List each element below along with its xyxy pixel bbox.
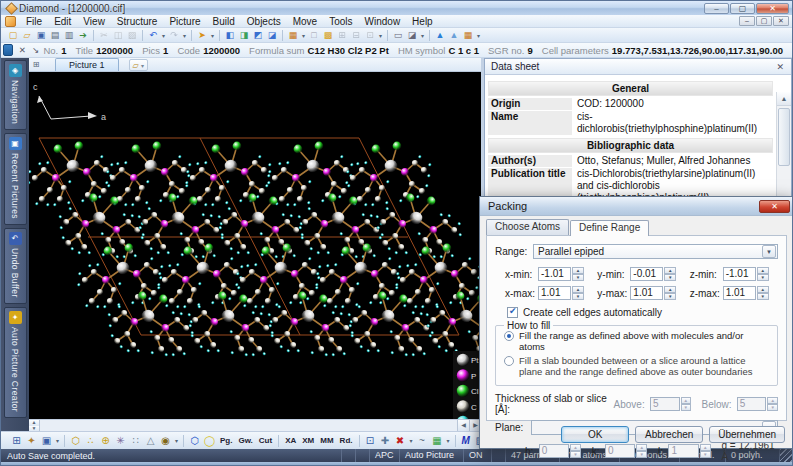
- atom-H[interactable]: [130, 214, 133, 217]
- cell-edges-checkbox[interactable]: [507, 307, 518, 318]
- scroll-left-icon[interactable]: ◀: [457, 420, 469, 431]
- atom-H[interactable]: [395, 286, 398, 289]
- atom-H[interactable]: [375, 215, 378, 218]
- atom-H[interactable]: [387, 247, 390, 250]
- atom-C[interactable]: [89, 298, 95, 304]
- atom-Pt[interactable]: [222, 310, 235, 323]
- atom-H[interactable]: [107, 184, 110, 187]
- atom-C[interactable]: [472, 335, 478, 341]
- atom-C[interactable]: [379, 185, 385, 191]
- picture-wizard-icon[interactable]: ✦: [24, 433, 39, 448]
- atom-H[interactable]: [435, 305, 438, 308]
- atom-H[interactable]: [428, 163, 431, 166]
- blank-picture-icon[interactable]: □: [307, 29, 321, 42]
- atom-H[interactable]: [226, 180, 229, 183]
- atom-H[interactable]: [399, 199, 402, 202]
- atom-H[interactable]: [218, 226, 221, 229]
- atom-H[interactable]: [430, 331, 433, 334]
- atom-H[interactable]: [388, 257, 391, 260]
- diagram-alt-icon[interactable]: ▲: [447, 29, 461, 42]
- atom-H[interactable]: [209, 214, 212, 217]
- atom-H[interactable]: [436, 282, 439, 285]
- new-file-icon[interactable]: ▢: [6, 29, 20, 42]
- atom-Cl[interactable]: [138, 292, 147, 301]
- atom-P[interactable]: [161, 168, 169, 176]
- color-caret[interactable]: ▾: [445, 437, 452, 444]
- mm-button[interactable]: MM: [317, 436, 336, 445]
- atom-P[interactable]: [260, 276, 268, 284]
- atom-P[interactable]: [451, 270, 459, 278]
- atom-C[interactable]: [265, 298, 271, 304]
- atom-Pt[interactable]: [460, 310, 473, 323]
- atom-Cl[interactable]: [328, 194, 337, 203]
- table-icon[interactable]: ▦: [286, 29, 300, 42]
- atom-H[interactable]: [58, 215, 61, 218]
- atom-C[interactable]: [471, 269, 477, 275]
- rd-button[interactable]: Rd.: [337, 436, 356, 445]
- atom-C[interactable]: [47, 187, 53, 193]
- pin-structure-icon[interactable]: ↘: [30, 45, 40, 55]
- atom-Pt[interactable]: [67, 160, 80, 173]
- fill-slab-radio[interactable]: [504, 356, 514, 366]
- atom-H[interactable]: [216, 349, 219, 352]
- fill-slab-radio-row[interactable]: Fill a slab bounded between or a slice a…: [502, 355, 771, 377]
- atom-H[interactable]: [267, 181, 270, 184]
- atom-H[interactable]: [157, 283, 160, 286]
- atom-H[interactable]: [378, 236, 381, 239]
- atom-C[interactable]: [309, 290, 315, 296]
- atom-C[interactable]: [130, 342, 136, 348]
- cut-button[interactable]: Cut: [256, 436, 275, 445]
- undo-icon[interactable]: ↶: [146, 29, 160, 42]
- atom-H[interactable]: [178, 155, 181, 158]
- atom-H[interactable]: [466, 297, 469, 300]
- atom-C[interactable]: [107, 298, 113, 304]
- atom-C[interactable]: [97, 289, 103, 295]
- atom-Pt[interactable]: [142, 310, 155, 323]
- new-picture-folder-button[interactable]: ▱ ▾: [129, 59, 148, 71]
- atom-C[interactable]: [177, 289, 183, 295]
- atom-C[interactable]: [162, 277, 168, 283]
- atom-H[interactable]: [68, 180, 71, 183]
- atom-C[interactable]: [336, 346, 342, 352]
- atom-C[interactable]: [331, 181, 337, 187]
- dialog-close-button[interactable]: ✕: [759, 200, 790, 213]
- atom-C[interactable]: [278, 239, 284, 245]
- atom-H[interactable]: [268, 163, 271, 166]
- atom-H[interactable]: [364, 203, 367, 206]
- network-icon[interactable]: ∷: [128, 433, 143, 448]
- atom-H[interactable]: [220, 233, 223, 236]
- atom-P[interactable]: [340, 276, 348, 284]
- atom-C[interactable]: [357, 196, 363, 202]
- atom-C[interactable]: [442, 331, 448, 337]
- atom-Cl[interactable]: [248, 194, 257, 203]
- atom-Cl[interactable]: [239, 295, 248, 304]
- atom-C[interactable]: [274, 338, 280, 344]
- atom-P[interactable]: [210, 318, 218, 326]
- z-min-field[interactable]: -1.01: [723, 267, 756, 281]
- atom-C[interactable]: [240, 277, 246, 283]
- atom-H[interactable]: [279, 345, 282, 348]
- atom-Cl[interactable]: [110, 197, 119, 206]
- atom-H[interactable]: [67, 201, 70, 204]
- atom-Cl[interactable]: [393, 142, 402, 151]
- atom-H[interactable]: [220, 236, 223, 239]
- minimize-button[interactable]: –: [704, 3, 729, 14]
- menu-window[interactable]: Window: [359, 16, 407, 27]
- redo-icon[interactable]: ↷: [167, 29, 181, 42]
- atom-C[interactable]: [174, 317, 180, 323]
- atom-H[interactable]: [385, 207, 388, 210]
- atom-C[interactable]: [329, 269, 335, 275]
- atom-H[interactable]: [307, 207, 310, 210]
- atom-C[interactable]: [105, 237, 111, 243]
- atom-C[interactable]: [191, 287, 197, 293]
- atom-H[interactable]: [289, 214, 292, 217]
- atom-C[interactable]: [349, 287, 355, 293]
- atom-C[interactable]: [141, 283, 147, 289]
- atom-C[interactable]: [281, 167, 287, 173]
- atom-H[interactable]: [251, 353, 254, 356]
- move-axes-icon[interactable]: ✚: [378, 433, 393, 448]
- atom-H[interactable]: [77, 251, 80, 254]
- atom-H[interactable]: [406, 264, 409, 267]
- atom-H[interactable]: [277, 305, 280, 308]
- atom-C[interactable]: [469, 290, 475, 296]
